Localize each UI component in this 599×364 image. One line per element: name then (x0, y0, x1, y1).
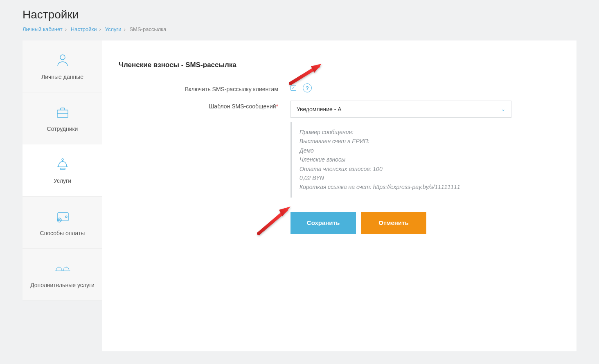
sidebar-item-services[interactable]: Услуги (23, 144, 102, 196)
sidebar-item-label: Дополнительные услуги (30, 281, 95, 289)
save-button[interactable]: Сохранить (290, 212, 356, 234)
section-title: Членские взносы - SMS-рассылка (119, 61, 560, 69)
wallet-gear-icon (54, 208, 71, 225)
help-icon[interactable]: ? (303, 83, 312, 92)
svg-point-0 (60, 55, 65, 60)
sidebar-item-label: Способы оплаты (40, 229, 85, 237)
breadcrumb: Личный кабинет› Настройки› Услуги› SMS-р… (23, 26, 576, 32)
svg-point-2 (62, 159, 63, 160)
bell-icon (54, 156, 71, 173)
sidebar-item-label: Сотрудники (47, 125, 78, 133)
main-panel: Членские взносы - SMS-рассылка Включить … (102, 40, 576, 351)
page-title: Настройки (23, 8, 576, 21)
enable-sms-checkbox[interactable] (290, 85, 296, 91)
breadcrumb-link[interactable]: Услуги (105, 26, 122, 32)
svg-rect-3 (60, 168, 65, 169)
sidebar-item-additional[interactable]: Дополнительные услуги (23, 249, 102, 301)
sidebar-item-label: Услуги (54, 177, 71, 184)
cancel-button[interactable]: Отменить (361, 212, 426, 234)
person-icon (54, 52, 71, 69)
template-label: Шаблон SMS-сообщений* (119, 101, 290, 110)
svg-point-5 (65, 216, 67, 218)
sidebar-item-personal[interactable]: Личные данные (23, 40, 102, 92)
bells-icon (54, 260, 71, 277)
sidebar: Личные данные Сотрудники Услуги Способы … (23, 40, 102, 351)
breadcrumb-current: SMS-рассылка (129, 26, 166, 32)
svg-rect-4 (58, 213, 68, 221)
breadcrumb-link[interactable]: Настройки (71, 26, 97, 32)
template-selected-value: Уведомление - А (297, 106, 342, 112)
enable-sms-label: Включить SMS-рассылку клиентам (119, 83, 290, 92)
sidebar-item-payment[interactable]: Способы оплаты (23, 197, 102, 249)
sidebar-item-label: Личные данные (41, 73, 83, 81)
briefcase-icon (54, 104, 71, 121)
svg-point-7 (59, 219, 60, 221)
svg-rect-1 (57, 110, 68, 117)
breadcrumb-link[interactable]: Личный кабинет (23, 26, 63, 32)
example-message: Пример сообщения: Выставлен счет в ЕРИП:… (290, 122, 511, 198)
sidebar-item-employees[interactable]: Сотрудники (23, 92, 102, 144)
template-select[interactable]: Уведомление - А ⌄ (290, 101, 511, 118)
chevron-down-icon: ⌄ (501, 106, 505, 112)
